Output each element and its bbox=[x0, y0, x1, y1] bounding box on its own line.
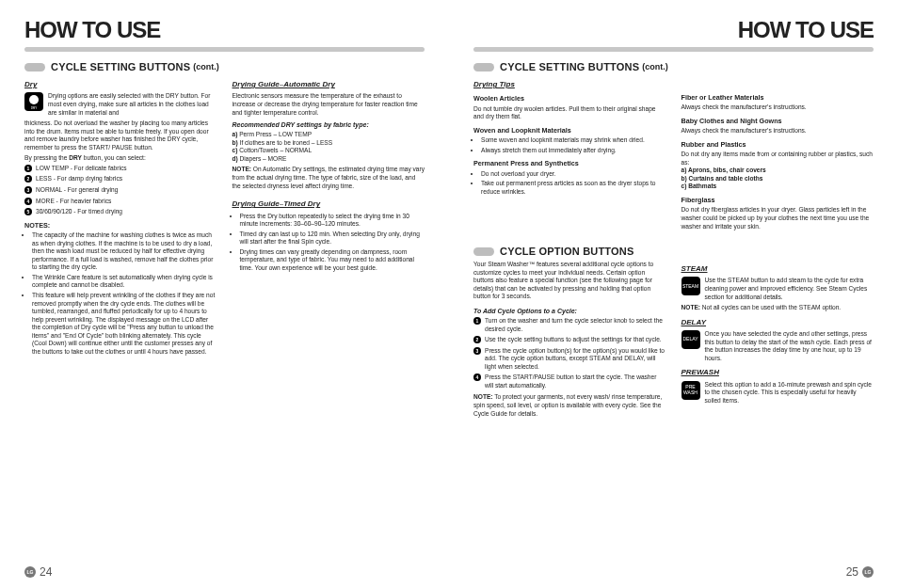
section-cont: (cont.) bbox=[193, 62, 219, 72]
fiberglass-head: Fiberglass bbox=[682, 196, 874, 204]
prewash-text: Select this option to add a 16-minute pr… bbox=[705, 381, 874, 405]
list-item: The capacity of the machine for washing … bbox=[32, 231, 217, 272]
page-24: HOW TO USE CYCLE SETTING BUTTONS (cont.)… bbox=[0, 0, 449, 588]
steam-row: STEAM Use the STEAM button to add steam … bbox=[682, 277, 874, 301]
list-item: The Wrinkle Care feature is set automati… bbox=[32, 274, 217, 290]
title-divider bbox=[473, 47, 874, 52]
option-note: NOTE: To protect your garments, not ever… bbox=[473, 393, 666, 418]
page-number: 25 LG bbox=[846, 565, 874, 579]
rubber-c: c) Bathmats bbox=[682, 183, 874, 191]
delay-head: DELAY bbox=[682, 318, 874, 327]
column-1: Drying Tips Woolen Articles Do not tumbl… bbox=[473, 76, 666, 230]
manual-spread: HOW TO USE CYCLE SETTING BUTTONS (cont.)… bbox=[0, 0, 898, 588]
rubber-text: Do not dry any items made from or contai… bbox=[682, 151, 874, 167]
add-steps: Turn on the washer and turn the cycle se… bbox=[473, 317, 666, 390]
section-heading: CYCLE SETTING BUTTONS (cont.) bbox=[473, 61, 874, 72]
dry-intro-text-2: thickness. Do not overload the washer by… bbox=[24, 119, 217, 151]
list-item: NORMAL - For general drying bbox=[24, 186, 217, 195]
notes-head: NOTES: bbox=[24, 221, 217, 230]
perm-head: Permanent Press and Synthetics bbox=[473, 159, 666, 167]
reco-b: b) If clothes are to be ironed – LESS bbox=[233, 139, 425, 148]
delay-text: Once you have selected the cycle and oth… bbox=[705, 330, 874, 362]
dry-icon: DRY bbox=[24, 92, 43, 111]
list-item: MORE - For heavier fabrics bbox=[24, 198, 217, 206]
columns: Drying Tips Woolen Articles Do not tumbl… bbox=[473, 76, 874, 230]
prewash-icon: PRE WASH bbox=[682, 381, 700, 400]
column-2: STEAM STEAM Use the STEAM button to add … bbox=[682, 261, 874, 418]
columns-2: Your Steam Washer™ features several addi… bbox=[473, 261, 874, 418]
reco-a: a) a) Perm Press – LOW TEMPPerm Press – … bbox=[233, 131, 425, 139]
subhead-drying-tips: Drying Tips bbox=[473, 80, 666, 89]
list-item: Use the cycle setting buttons to adjust … bbox=[473, 336, 666, 344]
reco-head: Recommended DRY settings by fabric type: bbox=[233, 120, 425, 129]
list-item: Do not overload your dryer. bbox=[481, 170, 666, 179]
prewash-row: PRE WASH Select this option to add a 16-… bbox=[682, 381, 874, 405]
list-item: Press the cycle option button(s) for the… bbox=[473, 347, 666, 372]
column-1: Dry DRY Drying options are easily select… bbox=[24, 76, 217, 360]
list-item: LOW TEMP - For delicate fabrics bbox=[24, 165, 217, 173]
delay-icon: DELAY bbox=[682, 330, 700, 349]
subhead-timed-dry: Drying Guide–Timed Dry bbox=[233, 199, 425, 209]
steam-note: NOTE: Not all cycles can be used with th… bbox=[682, 304, 874, 312]
section-heading: CYCLE SETTING BUTTONS (cont.) bbox=[24, 61, 425, 72]
rubber-a: a) Aprons, bibs, chair covers bbox=[682, 167, 874, 175]
steam-icon: STEAM bbox=[682, 277, 700, 295]
steam-head: STEAM bbox=[682, 264, 874, 274]
list-item: Always stretch them out immediately afte… bbox=[481, 147, 666, 155]
list-item: This feature will help prevent wrinkling… bbox=[32, 292, 217, 357]
list-item: 30/60/90/120 - For timed drying bbox=[24, 208, 217, 216]
page-title: HOW TO USE bbox=[24, 17, 425, 43]
rubber-b: b) Curtains and table cloths bbox=[682, 175, 874, 183]
section-title: CYCLE SETTING BUTTONS bbox=[51, 61, 190, 72]
section-pill-icon bbox=[473, 63, 494, 72]
section-title: CYCLE SETTING BUTTONS bbox=[500, 61, 639, 72]
press-line: By pressing the DRY button, you can sele… bbox=[24, 154, 217, 163]
list-item: Timed dry can last up to 120 min. When s… bbox=[240, 230, 425, 246]
reco-c: c) Cotton/Towels – NORMAL bbox=[233, 147, 425, 155]
section-pill-icon bbox=[24, 63, 45, 72]
add-options-head: To Add Cycle Options to a Cycle: bbox=[473, 307, 666, 315]
section-cont: (cont.) bbox=[642, 62, 668, 72]
baby-text: Always check the manufacturer's instruct… bbox=[682, 127, 874, 135]
delay-row: DELAY Once you have selected the cycle a… bbox=[682, 330, 874, 362]
column-2: Fiber or Leather Materials Always check … bbox=[682, 76, 874, 230]
list-item: Take out permanent press articles as soo… bbox=[481, 180, 666, 196]
column-2: Drying Guide–Automatic Dry Electronic se… bbox=[233, 76, 425, 360]
woolen-head: Woolen Articles bbox=[473, 94, 666, 103]
auto-dry-text: Electronic sensors measure the temperatu… bbox=[233, 92, 425, 117]
column-1: Your Steam Washer™ features several addi… bbox=[473, 261, 666, 418]
auto-note: NOTE: NOTE: On Automatic Dry settings, t… bbox=[233, 166, 425, 190]
page-25: HOW TO USE CYCLE SETTING BUTTONS (cont.)… bbox=[449, 0, 898, 588]
columns: Dry DRY Drying options are easily select… bbox=[24, 76, 425, 360]
list-item: LESS - For damp drying fabrics bbox=[24, 175, 217, 183]
reco-d: d) Diapers – MORE bbox=[233, 155, 425, 164]
steam-text: Use the STEAM button to add steam to the… bbox=[705, 277, 874, 301]
lg-logo-icon: LG bbox=[24, 566, 36, 578]
timed-list: Press the Dry button repeatedly to selec… bbox=[233, 213, 425, 273]
list-item: Turn on the washer and turn the cycle se… bbox=[473, 317, 666, 333]
subhead-dry: Dry bbox=[24, 80, 217, 89]
option-intro: Your Steam Washer™ features several addi… bbox=[473, 261, 666, 301]
woven-list: Some woven and loopknit materials may sh… bbox=[473, 136, 666, 154]
notes-list: The capacity of the machine for washing … bbox=[24, 231, 217, 356]
section-title: CYCLE OPTION BUTTONS bbox=[500, 246, 634, 257]
fiber-head: Fiber or Leather Materials bbox=[682, 93, 874, 102]
dry-intro: DRY Drying options are easily selected w… bbox=[24, 92, 217, 117]
lg-logo-icon: LG bbox=[862, 566, 874, 578]
perm-list: Do not overload your dryer. Take out per… bbox=[473, 170, 666, 197]
page-title: HOW TO USE bbox=[473, 17, 874, 43]
list-item: Drying times can vary greatly depending … bbox=[240, 248, 425, 273]
page-number: LG 24 bbox=[24, 565, 52, 579]
fiberglass-text: Do not dry fiberglass articles in your d… bbox=[682, 206, 874, 230]
fiber-text: Always check the manufacturer's instruct… bbox=[682, 103, 874, 112]
list-item: Press the START/PAUSE button to start th… bbox=[473, 373, 666, 389]
list-item: Some woven and loopknit materials may sh… bbox=[481, 136, 666, 145]
title-divider bbox=[24, 47, 425, 52]
prewash-head: PREWASH bbox=[682, 368, 874, 377]
dry-options: LOW TEMP - For delicate fabrics LESS - F… bbox=[24, 165, 217, 216]
dry-intro-text: Drying options are easily selected with … bbox=[48, 92, 217, 117]
baby-head: Baby Clothes and Night Gowns bbox=[682, 117, 874, 125]
section-heading-2: CYCLE OPTION BUTTONS bbox=[473, 246, 874, 257]
section-pill-icon bbox=[473, 247, 494, 256]
woven-head: Woven and Loopknit Materials bbox=[473, 126, 666, 135]
